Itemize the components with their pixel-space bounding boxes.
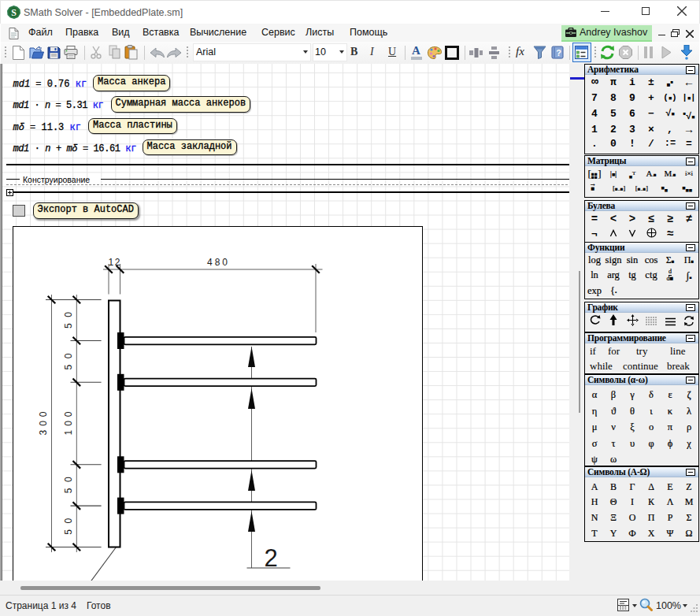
svg-text:300: 300 [38,411,49,435]
svg-text:S: S [11,7,17,18]
svg-text:2: 2 [264,544,277,571]
svg-text:?: ? [556,48,561,58]
svg-text:480: 480 [207,256,228,267]
svg-text:100: 100 [63,411,74,435]
svg-text:12: 12 [109,256,120,267]
